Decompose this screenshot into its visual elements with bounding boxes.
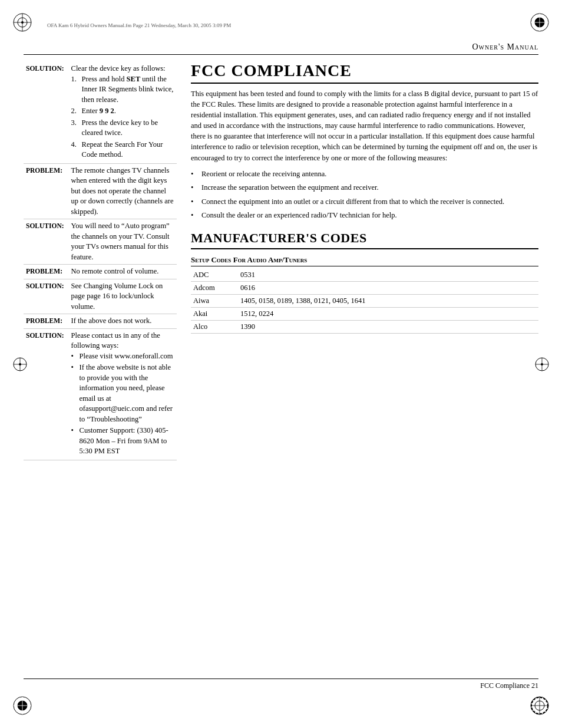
bullet-item-3: • Customer Support: (330) 405-8620 Mon –… xyxy=(71,426,174,457)
brand-aiwa: Aiwa xyxy=(191,294,238,307)
codes-akai: 1512, 0224 xyxy=(238,307,538,320)
content-problem-3: If the above does not work. xyxy=(69,314,177,329)
codes-adcom: 0616 xyxy=(238,281,538,294)
fcc-bullet-item-4: • Consult the dealer or an experienced r… xyxy=(191,210,538,221)
fcc-divider xyxy=(191,83,538,84)
content-solution-4: Please contact us in any of the followin… xyxy=(69,328,177,460)
main-content: SOLUTION: Clear the device key as follow… xyxy=(24,62,538,681)
codes-adc: 0531 xyxy=(238,269,538,282)
right-column: FCC COMPLIANCE This equipment has been t… xyxy=(191,62,538,681)
table-row: PROBLEM: No remote control of volume. xyxy=(24,265,177,279)
setup-codes-subtitle: Setup Codes For Audio Amp/Tuners xyxy=(191,255,538,266)
fcc-bullet-item-1: • Reorient or relocate the receiving ant… xyxy=(191,169,538,180)
label-problem-3: PROBLEM: xyxy=(24,314,69,329)
table-row: SOLUTION: See Changing Volume Lock on pa… xyxy=(24,279,177,314)
page: OFA Kam 6 Hybrid Owners Manual.fm Page 2… xyxy=(0,0,562,728)
header-title: Owner's Manual xyxy=(472,42,538,52)
label-solution-3: SOLUTION: xyxy=(24,279,69,314)
list-item-3: 3. Press the device key to be cleared tw… xyxy=(71,118,174,139)
list-item-2: 2. Enter 9 9 2. xyxy=(71,106,174,117)
label-problem-1: PROBLEM: xyxy=(24,163,69,219)
corner-br-decoration xyxy=(529,695,550,716)
table-row: PROBLEM: If the above does not work. xyxy=(24,314,177,329)
codes-row-alco: Alco 1390 xyxy=(191,320,538,333)
content-problem-1: The remote changes TV channels when ente… xyxy=(69,163,177,219)
solution-intro: Clear the device key as follows: xyxy=(71,64,174,74)
brand-adc: ADC xyxy=(191,269,238,282)
manufacturers-codes-section: MANUFACTURER'S CODES Setup Codes For Aud… xyxy=(191,230,538,334)
fcc-bullet-item-3: • Connect the equipment into an outlet o… xyxy=(191,197,538,207)
footer-text: FCC Compliance 21 xyxy=(480,681,538,690)
label-solution-4: SOLUTION: xyxy=(24,328,69,460)
codes-row-aiwa: Aiwa 1405, 0158, 0189, 1388, 0121, 0405,… xyxy=(191,294,538,307)
mfr-divider xyxy=(191,248,538,249)
brand-alco: Alco xyxy=(191,320,238,333)
content-solution-1: Clear the device key as follows: 1. Pres… xyxy=(69,62,177,163)
codes-aiwa: 1405, 0158, 0189, 1388, 0121, 0405, 1641 xyxy=(238,294,538,307)
manufacturers-codes-title: MANUFACTURER'S CODES xyxy=(191,230,538,246)
fcc-bullet-item-2: • Increase the separation between the eq… xyxy=(191,183,538,193)
corner-tr-decoration xyxy=(529,12,550,33)
svg-point-4 xyxy=(21,21,24,24)
table-row: SOLUTION: Clear the device key as follow… xyxy=(24,62,177,163)
svg-point-21 xyxy=(19,363,21,365)
codes-row-adcom: Adcom 0616 xyxy=(191,281,538,294)
label-solution-1: SOLUTION: xyxy=(24,62,69,163)
list-item-4: 4. Repeat the Search For Your Code metho… xyxy=(71,140,174,160)
fcc-section: FCC COMPLIANCE This equipment has been t… xyxy=(191,62,538,221)
codes-alco: 1390 xyxy=(238,320,538,333)
table-row: PROBLEM: The remote changes TV channels … xyxy=(24,163,177,219)
bullet-item-2: • If the above website is not able to pr… xyxy=(71,363,174,424)
corner-tl-decoration xyxy=(12,12,33,33)
brand-akai: Akai xyxy=(191,307,238,320)
label-solution-2: SOLUTION: xyxy=(24,219,69,265)
content-solution-2: You will need to “Auto program” the chan… xyxy=(69,219,177,265)
brand-adcom: Adcom xyxy=(191,281,238,294)
codes-table: ADC 0531 Adcom 0616 Aiwa 1405, 0158, 018… xyxy=(191,269,538,334)
table-row: SOLUTION: Please contact us in any of th… xyxy=(24,328,177,460)
list-item-1: 1. Press and hold SET until the Inner IR… xyxy=(71,74,174,106)
solution-4-intro: Please contact us in any of the followin… xyxy=(71,331,174,351)
content-problem-2: No remote control of volume. xyxy=(69,265,177,279)
corner-bl-decoration xyxy=(12,695,33,716)
content-solution-3: See Changing Volume Lock on page page 16… xyxy=(69,279,177,314)
bullet-item-1: • Please visit www.oneforall.com xyxy=(71,351,174,362)
troubleshooting-table: SOLUTION: Clear the device key as follow… xyxy=(24,62,177,460)
header: Owner's Manual xyxy=(24,40,538,55)
table-row: SOLUTION: You will need to “Auto program… xyxy=(24,219,177,265)
fcc-body: This equipment has been tested and found… xyxy=(191,88,538,163)
file-info: OFA Kam 6 Hybrid Owners Manual.fm Page 2… xyxy=(47,22,231,28)
fcc-bullets: • Reorient or relocate the receiving ant… xyxy=(191,169,538,221)
svg-point-25 xyxy=(541,363,543,365)
codes-row-adc: ADC 0531 xyxy=(191,269,538,282)
fcc-title: FCC COMPLIANCE xyxy=(191,62,538,80)
label-problem-2: PROBLEM: xyxy=(24,265,69,279)
codes-row-akai: Akai 1512, 0224 xyxy=(191,307,538,320)
left-column: SOLUTION: Clear the device key as follow… xyxy=(24,62,177,681)
